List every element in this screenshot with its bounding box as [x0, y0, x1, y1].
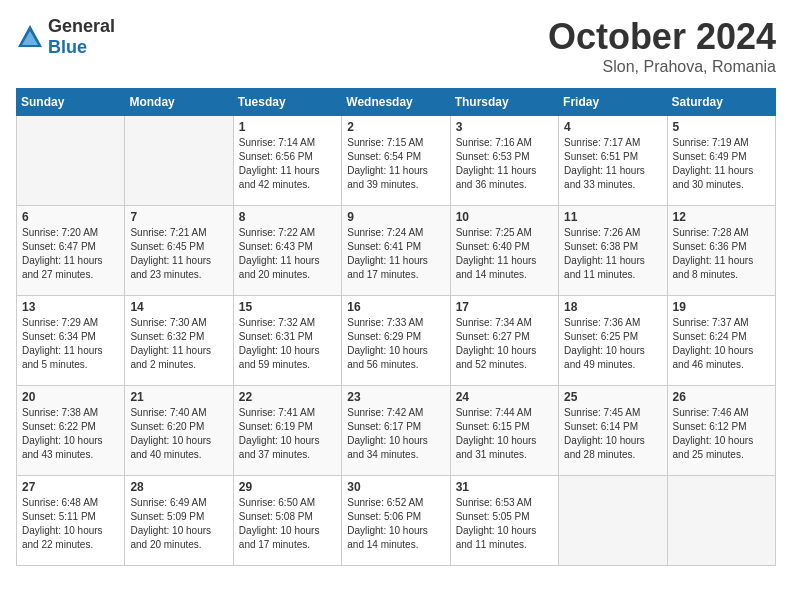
day-number: 16 [347, 300, 444, 314]
day-number: 5 [673, 120, 770, 134]
day-number: 30 [347, 480, 444, 494]
calendar-day: 14Sunrise: 7:30 AMSunset: 6:32 PMDayligh… [125, 296, 233, 386]
day-number: 11 [564, 210, 661, 224]
calendar-week-2: 6Sunrise: 7:20 AMSunset: 6:47 PMDaylight… [17, 206, 776, 296]
calendar-day: 12Sunrise: 7:28 AMSunset: 6:36 PMDayligh… [667, 206, 775, 296]
day-info: Sunrise: 7:42 AMSunset: 6:17 PMDaylight:… [347, 406, 444, 462]
day-number: 15 [239, 300, 336, 314]
day-header-friday: Friday [559, 89, 667, 116]
day-number: 24 [456, 390, 553, 404]
day-number: 7 [130, 210, 227, 224]
calendar-day: 28Sunrise: 6:49 AMSunset: 5:09 PMDayligh… [125, 476, 233, 566]
calendar-day: 1Sunrise: 7:14 AMSunset: 6:56 PMDaylight… [233, 116, 341, 206]
calendar-day: 9Sunrise: 7:24 AMSunset: 6:41 PMDaylight… [342, 206, 450, 296]
day-number: 1 [239, 120, 336, 134]
calendar-day: 30Sunrise: 6:52 AMSunset: 5:06 PMDayligh… [342, 476, 450, 566]
day-number: 23 [347, 390, 444, 404]
calendar-day [667, 476, 775, 566]
day-number: 28 [130, 480, 227, 494]
calendar-day: 2Sunrise: 7:15 AMSunset: 6:54 PMDaylight… [342, 116, 450, 206]
calendar-day: 20Sunrise: 7:38 AMSunset: 6:22 PMDayligh… [17, 386, 125, 476]
calendar-day: 24Sunrise: 7:44 AMSunset: 6:15 PMDayligh… [450, 386, 558, 476]
day-info: Sunrise: 7:28 AMSunset: 6:36 PMDaylight:… [673, 226, 770, 282]
day-number: 22 [239, 390, 336, 404]
day-header-saturday: Saturday [667, 89, 775, 116]
day-info: Sunrise: 6:52 AMSunset: 5:06 PMDaylight:… [347, 496, 444, 552]
day-info: Sunrise: 6:49 AMSunset: 5:09 PMDaylight:… [130, 496, 227, 552]
day-header-wednesday: Wednesday [342, 89, 450, 116]
day-number: 17 [456, 300, 553, 314]
calendar-day: 26Sunrise: 7:46 AMSunset: 6:12 PMDayligh… [667, 386, 775, 476]
calendar-day: 5Sunrise: 7:19 AMSunset: 6:49 PMDaylight… [667, 116, 775, 206]
day-number: 19 [673, 300, 770, 314]
day-number: 20 [22, 390, 119, 404]
day-number: 2 [347, 120, 444, 134]
day-number: 26 [673, 390, 770, 404]
day-number: 27 [22, 480, 119, 494]
calendar-header-row: SundayMondayTuesdayWednesdayThursdayFrid… [17, 89, 776, 116]
day-info: Sunrise: 7:24 AMSunset: 6:41 PMDaylight:… [347, 226, 444, 282]
day-number: 21 [130, 390, 227, 404]
day-info: Sunrise: 7:46 AMSunset: 6:12 PMDaylight:… [673, 406, 770, 462]
day-info: Sunrise: 7:30 AMSunset: 6:32 PMDaylight:… [130, 316, 227, 372]
day-info: Sunrise: 7:16 AMSunset: 6:53 PMDaylight:… [456, 136, 553, 192]
calendar-week-1: 1Sunrise: 7:14 AMSunset: 6:56 PMDaylight… [17, 116, 776, 206]
day-info: Sunrise: 7:21 AMSunset: 6:45 PMDaylight:… [130, 226, 227, 282]
calendar-day: 27Sunrise: 6:48 AMSunset: 5:11 PMDayligh… [17, 476, 125, 566]
calendar-day: 19Sunrise: 7:37 AMSunset: 6:24 PMDayligh… [667, 296, 775, 386]
calendar-day: 17Sunrise: 7:34 AMSunset: 6:27 PMDayligh… [450, 296, 558, 386]
day-info: Sunrise: 7:45 AMSunset: 6:14 PMDaylight:… [564, 406, 661, 462]
calendar-day: 4Sunrise: 7:17 AMSunset: 6:51 PMDaylight… [559, 116, 667, 206]
calendar-day: 13Sunrise: 7:29 AMSunset: 6:34 PMDayligh… [17, 296, 125, 386]
day-info: Sunrise: 7:41 AMSunset: 6:19 PMDaylight:… [239, 406, 336, 462]
calendar-day: 29Sunrise: 6:50 AMSunset: 5:08 PMDayligh… [233, 476, 341, 566]
month-title: October 2024 [548, 16, 776, 58]
day-number: 31 [456, 480, 553, 494]
day-header-tuesday: Tuesday [233, 89, 341, 116]
calendar-day: 7Sunrise: 7:21 AMSunset: 6:45 PMDaylight… [125, 206, 233, 296]
page-header: General Blue October 2024 Slon, Prahova,… [16, 16, 776, 76]
day-info: Sunrise: 7:32 AMSunset: 6:31 PMDaylight:… [239, 316, 336, 372]
calendar-day: 21Sunrise: 7:40 AMSunset: 6:20 PMDayligh… [125, 386, 233, 476]
calendar-day: 23Sunrise: 7:42 AMSunset: 6:17 PMDayligh… [342, 386, 450, 476]
day-number: 4 [564, 120, 661, 134]
calendar-day [125, 116, 233, 206]
day-number: 12 [673, 210, 770, 224]
calendar-day: 3Sunrise: 7:16 AMSunset: 6:53 PMDaylight… [450, 116, 558, 206]
calendar-day: 31Sunrise: 6:53 AMSunset: 5:05 PMDayligh… [450, 476, 558, 566]
day-number: 10 [456, 210, 553, 224]
logo: General Blue [16, 16, 115, 58]
calendar-day [17, 116, 125, 206]
day-info: Sunrise: 7:40 AMSunset: 6:20 PMDaylight:… [130, 406, 227, 462]
calendar-day: 11Sunrise: 7:26 AMSunset: 6:38 PMDayligh… [559, 206, 667, 296]
calendar-week-5: 27Sunrise: 6:48 AMSunset: 5:11 PMDayligh… [17, 476, 776, 566]
day-info: Sunrise: 7:26 AMSunset: 6:38 PMDaylight:… [564, 226, 661, 282]
location-title: Slon, Prahova, Romania [548, 58, 776, 76]
day-info: Sunrise: 7:14 AMSunset: 6:56 PMDaylight:… [239, 136, 336, 192]
calendar-day: 10Sunrise: 7:25 AMSunset: 6:40 PMDayligh… [450, 206, 558, 296]
day-info: Sunrise: 6:50 AMSunset: 5:08 PMDaylight:… [239, 496, 336, 552]
day-info: Sunrise: 7:36 AMSunset: 6:25 PMDaylight:… [564, 316, 661, 372]
calendar-day: 8Sunrise: 7:22 AMSunset: 6:43 PMDaylight… [233, 206, 341, 296]
title-block: October 2024 Slon, Prahova, Romania [548, 16, 776, 76]
calendar-table: SundayMondayTuesdayWednesdayThursdayFrid… [16, 88, 776, 566]
calendar-day: 6Sunrise: 7:20 AMSunset: 6:47 PMDaylight… [17, 206, 125, 296]
day-number: 29 [239, 480, 336, 494]
day-info: Sunrise: 6:53 AMSunset: 5:05 PMDaylight:… [456, 496, 553, 552]
calendar-day: 22Sunrise: 7:41 AMSunset: 6:19 PMDayligh… [233, 386, 341, 476]
day-info: Sunrise: 7:25 AMSunset: 6:40 PMDaylight:… [456, 226, 553, 282]
day-header-thursday: Thursday [450, 89, 558, 116]
day-info: Sunrise: 7:33 AMSunset: 6:29 PMDaylight:… [347, 316, 444, 372]
day-number: 25 [564, 390, 661, 404]
day-number: 6 [22, 210, 119, 224]
day-info: Sunrise: 7:44 AMSunset: 6:15 PMDaylight:… [456, 406, 553, 462]
day-info: Sunrise: 7:38 AMSunset: 6:22 PMDaylight:… [22, 406, 119, 462]
day-info: Sunrise: 7:37 AMSunset: 6:24 PMDaylight:… [673, 316, 770, 372]
day-number: 14 [130, 300, 227, 314]
day-info: Sunrise: 7:17 AMSunset: 6:51 PMDaylight:… [564, 136, 661, 192]
day-info: Sunrise: 7:15 AMSunset: 6:54 PMDaylight:… [347, 136, 444, 192]
calendar-day [559, 476, 667, 566]
day-header-monday: Monday [125, 89, 233, 116]
calendar-day: 15Sunrise: 7:32 AMSunset: 6:31 PMDayligh… [233, 296, 341, 386]
logo-icon [16, 23, 44, 51]
